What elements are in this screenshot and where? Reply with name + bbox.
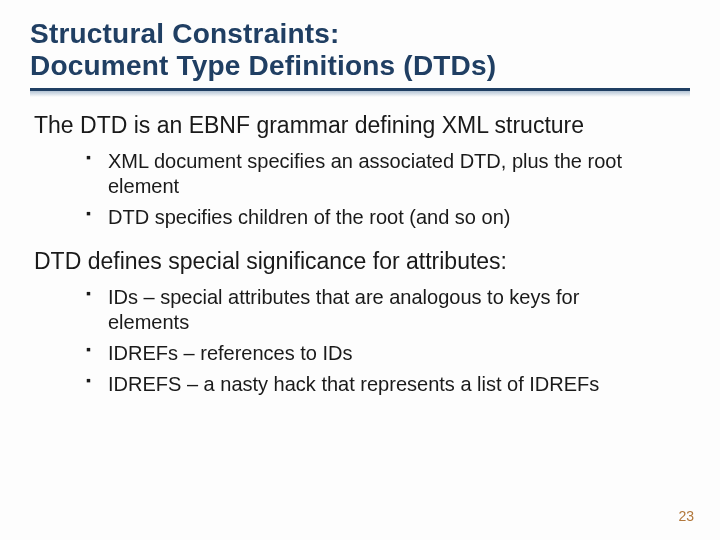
slide: Structural Constraints: Document Type De… [0,0,720,540]
list-item: XML document specifies an associated DTD… [86,146,690,202]
page-number: 23 [678,508,694,524]
title-underline [30,88,690,97]
list-item: IDREFs – references to IDs [86,338,690,369]
rule-shadow [30,91,690,97]
list-item: DTD specifies children of the root (and … [86,202,690,233]
section-lead: The DTD is an EBNF grammar defining XML … [34,111,690,140]
slide-title: Structural Constraints: Document Type De… [30,18,690,82]
list-item: IDREFS – a nasty hack that represents a … [86,369,690,400]
bullet-list: XML document specifies an associated DTD… [86,146,690,233]
section-lead: DTD defines special significance for att… [34,247,690,276]
bullet-list: IDs – special attributes that are analog… [86,282,690,400]
list-item: IDs – special attributes that are analog… [86,282,690,338]
title-line-1: Structural Constraints: [30,18,340,49]
title-line-2: Document Type Definitions (DTDs) [30,50,496,81]
